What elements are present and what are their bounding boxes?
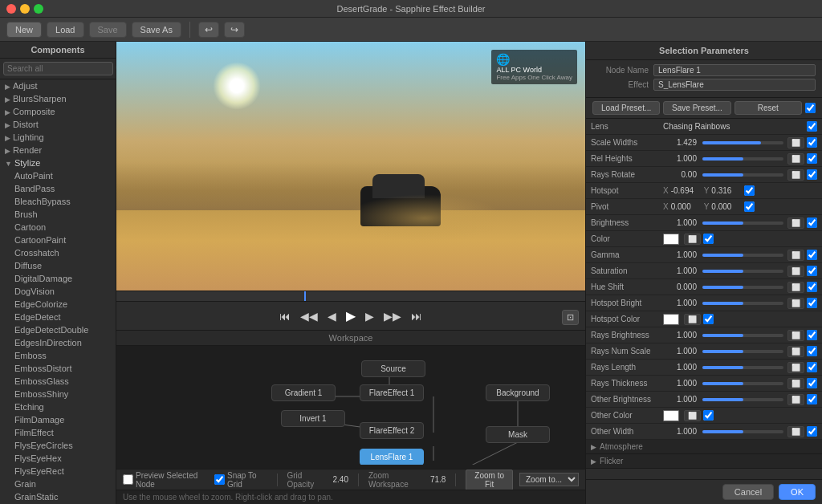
undo-button[interactable]: ↩ [198, 22, 219, 38]
node-flareeffect1[interactable]: FlareEffect 1 [360, 384, 424, 401]
param-other-brightness-slider[interactable] [702, 398, 783, 401]
step-back-button[interactable]: ◀◀ [297, 308, 321, 324]
param-other-brightness-checkbox[interactable] [807, 394, 817, 404]
item-emboss[interactable]: Emboss [0, 349, 116, 362]
param-saturation-keyframe[interactable]: ⬜ [787, 266, 804, 277]
redo-button[interactable]: ↪ [224, 22, 245, 38]
node-name-value[interactable]: LensFlare 1 [653, 64, 816, 76]
item-etching[interactable]: Etching [0, 400, 116, 413]
preview-selected-checkbox[interactable]: Preview Selected Node [123, 471, 208, 489]
save-button[interactable]: Save [89, 22, 127, 38]
param-brightness-keyframe[interactable]: ⬜ [787, 217, 804, 229]
param-rays-num-scale-checkbox[interactable] [807, 346, 817, 356]
group-stylize[interactable]: ▼Stylize [0, 156, 116, 169]
zoom-to-dropdown[interactable]: Zoom to... [519, 473, 579, 486]
node-source[interactable]: Source [361, 360, 425, 377]
section-atmosphere[interactable]: ▶ Atmosphere [586, 440, 822, 454]
item-embossshiny[interactable]: EmbossShiny [0, 388, 116, 400]
param-hotspot-bright-slider[interactable] [702, 302, 783, 305]
param-saturation-slider[interactable] [702, 270, 783, 273]
item-flyseyerect[interactable]: FlysEyeRect [0, 465, 116, 478]
param-hue-shift-slider[interactable] [702, 286, 783, 289]
minimize-button[interactable] [20, 4, 30, 14]
group-lighting[interactable]: ▶Lighting [0, 131, 116, 144]
item-autopaint[interactable]: AutoPaint [0, 169, 116, 182]
output-button[interactable]: ⊡ [562, 310, 579, 325]
param-hotspot-color-checkbox[interactable] [703, 314, 714, 324]
timeline-scrubber[interactable] [116, 291, 585, 302]
item-bandpass[interactable]: BandPass [0, 182, 116, 195]
param-scale-widths-keyframe[interactable]: ⬜ [787, 137, 804, 148]
item-flyseyecircles[interactable]: FlysEyeCircles [0, 439, 116, 452]
step-forward-button[interactable]: ▶▶ [380, 308, 405, 324]
param-rel-heights-checkbox[interactable] [807, 153, 817, 164]
search-input[interactable] [3, 62, 113, 75]
item-embossdistort[interactable]: EmbossDistort [0, 362, 116, 375]
param-hotspot-color-keyframe[interactable]: ⬜ [684, 314, 701, 325]
param-brightness-slider[interactable] [702, 222, 783, 225]
item-flyseyehex[interactable]: FlysEyeHex [0, 452, 116, 465]
zoom-to-fit-button[interactable]: Zoom to Fit [466, 469, 513, 490]
param-rays-brightness-slider[interactable] [702, 334, 783, 337]
item-edgecolorize[interactable]: EdgeColorize [0, 298, 116, 311]
load-preset-button[interactable]: Load Preset... [592, 101, 660, 115]
param-scale-widths-slider[interactable] [702, 141, 783, 144]
item-crosshatch[interactable]: Crosshatch [0, 246, 116, 259]
param-rays-length-keyframe[interactable]: ⬜ [787, 362, 804, 373]
load-button[interactable]: Load [47, 22, 83, 38]
param-rel-heights-slider[interactable] [702, 157, 783, 161]
new-button[interactable]: New [6, 22, 42, 38]
param-lens-checkbox[interactable] [807, 121, 817, 132]
snap-to-grid-input[interactable] [214, 474, 225, 485]
item-embossglass[interactable]: EmbossGlass [0, 375, 116, 388]
param-color-keyframe[interactable]: ⬜ [684, 234, 701, 245]
item-filmeffect[interactable]: FilmEffect [0, 426, 116, 439]
snap-to-grid-checkbox[interactable]: Snap To Grid [214, 471, 267, 489]
prev-frame-button[interactable]: ◀ [324, 308, 340, 324]
param-rays-length-slider[interactable] [702, 366, 783, 369]
node-gradient1[interactable]: Gradient 1 [271, 384, 336, 401]
param-rays-thickness-slider[interactable] [702, 382, 783, 385]
preview-selected-input[interactable] [123, 474, 133, 485]
node-lensflare1[interactable]: LensFlare 1 [360, 449, 424, 465]
group-blursharpen[interactable]: ▶BlursSharpen [0, 92, 116, 105]
param-rays-num-scale-slider[interactable] [702, 350, 783, 353]
item-dogvision[interactable]: DogVision [0, 285, 116, 298]
param-gamma-slider[interactable] [702, 254, 783, 257]
item-grainstatic[interactable]: GrainStatic [0, 490, 116, 503]
param-rays-thickness-checkbox[interactable] [807, 378, 817, 388]
node-flareeffect2[interactable]: FlareEffect 2 [360, 422, 424, 439]
item-edgedetect[interactable]: EdgeDetect [0, 311, 116, 323]
param-hotspot-color-swatch[interactable] [663, 314, 679, 325]
group-composite[interactable]: ▶Composite [0, 105, 116, 118]
item-grain[interactable]: Grain [0, 478, 116, 490]
close-button[interactable] [6, 4, 16, 14]
param-other-color-checkbox[interactable] [703, 410, 714, 421]
ok-button[interactable]: OK [779, 484, 816, 500]
reset-button[interactable]: Reset [735, 101, 802, 115]
node-mask[interactable]: Mask [486, 426, 550, 443]
cancel-button[interactable]: Cancel [722, 484, 774, 500]
item-digitaldamage[interactable]: DigitalDamage [0, 272, 116, 285]
param-scale-widths-checkbox[interactable] [807, 137, 817, 148]
skip-to-end-button[interactable]: ⏭ [408, 308, 425, 324]
param-other-width-slider[interactable] [702, 430, 783, 433]
maximize-button[interactable] [34, 4, 43, 14]
preset-checkbox[interactable] [805, 103, 816, 113]
group-render[interactable]: ▶Render [0, 144, 116, 156]
param-hue-shift-keyframe[interactable]: ⬜ [787, 282, 804, 293]
item-cartoon[interactable]: Cartoon [0, 221, 116, 234]
save-as-button[interactable]: Save As [132, 22, 181, 38]
param-hue-shift-checkbox[interactable] [807, 282, 817, 292]
group-adjust[interactable]: ▶Adjust [0, 79, 116, 92]
node-background[interactable]: Background [486, 384, 550, 401]
param-rays-length-checkbox[interactable] [807, 362, 817, 372]
param-rays-rotate-keyframe[interactable]: ⬜ [787, 169, 804, 181]
param-saturation-checkbox[interactable] [807, 266, 817, 276]
item-edgesindirection[interactable]: EdgesInDirection [0, 336, 116, 349]
param-rays-brightness-checkbox[interactable] [807, 330, 817, 340]
param-hotspot-bright-checkbox[interactable] [807, 298, 817, 308]
param-pivot-checkbox[interactable] [744, 201, 755, 212]
item-filmdamage[interactable]: FilmDamage [0, 413, 116, 426]
param-other-color-keyframe[interactable]: ⬜ [684, 410, 701, 421]
